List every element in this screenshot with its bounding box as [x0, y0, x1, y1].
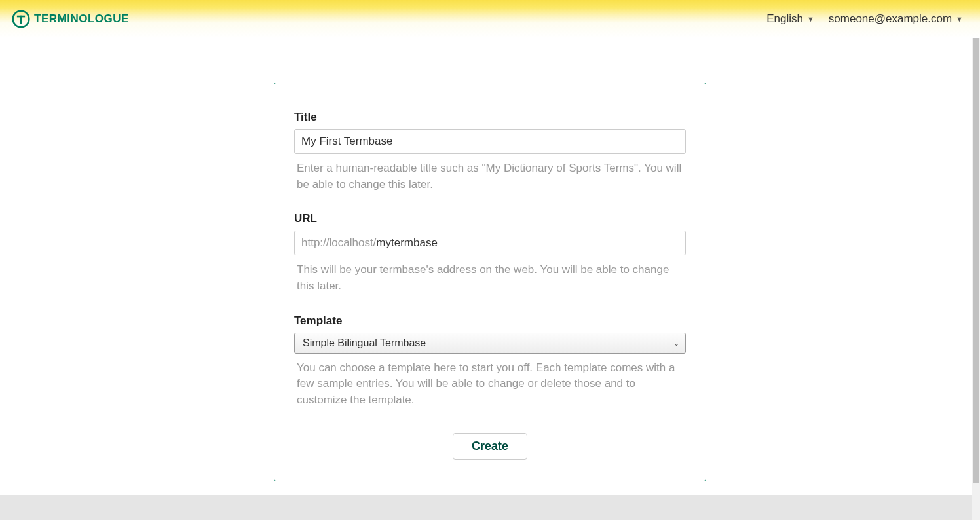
template-select[interactable]: Simple Bilingual Termbase [294, 333, 686, 354]
url-value: mytermbase [376, 236, 438, 250]
url-prefix: http://localhost/ [301, 236, 376, 250]
title-help: Enter a human-readable title such as "My… [294, 160, 686, 193]
title-input[interactable] [294, 129, 686, 154]
logo-area[interactable]: TERMINOLOGUE [12, 10, 129, 28]
create-button[interactable]: Create [453, 433, 527, 460]
chevron-down-icon: ▼ [807, 15, 814, 23]
header-right: English ▼ someone@example.com ▼ [766, 12, 968, 26]
button-row: Create [294, 433, 686, 460]
user-email: someone@example.com [829, 12, 952, 26]
chevron-down-icon: ▼ [956, 15, 963, 23]
logo-icon [12, 10, 30, 28]
user-menu[interactable]: someone@example.com ▼ [829, 12, 963, 26]
title-group: Title Enter a human-readable title such … [294, 111, 686, 193]
brand-name: TERMINOLOGUE [34, 12, 129, 26]
svg-rect-2 [20, 16, 22, 24]
url-input[interactable]: http://localhost/mytermbase [294, 231, 686, 255]
top-banner: TERMINOLOGUE English ▼ someone@example.c… [0, 0, 980, 38]
template-select-wrapper: Simple Bilingual Termbase ⌄ [294, 333, 686, 354]
template-label: Template [294, 314, 686, 327]
template-group: Template Simple Bilingual Termbase ⌄ You… [294, 314, 686, 409]
create-termbase-form: Title Enter a human-readable title such … [274, 83, 706, 481]
main-content: Title Enter a human-readable title such … [0, 38, 980, 481]
url-label: URL [294, 212, 686, 225]
url-help: This will be your termbase's address on … [294, 262, 686, 294]
language-selector[interactable]: English ▼ [766, 12, 814, 26]
scrollbar-thumb[interactable] [973, 38, 979, 483]
scrollbar[interactable] [972, 38, 980, 520]
language-label: English [766, 12, 803, 26]
template-help: You can choose a template here to start … [294, 360, 686, 409]
template-value: Simple Bilingual Termbase [303, 337, 426, 349]
url-group: URL http://localhost/mytermbase This wil… [294, 212, 686, 294]
title-label: Title [294, 111, 686, 124]
footer-bar [0, 495, 972, 520]
